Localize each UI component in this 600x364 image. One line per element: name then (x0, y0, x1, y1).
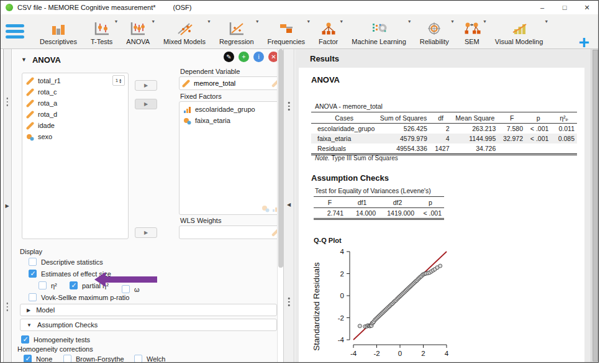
scale-variable-icon (26, 99, 34, 107)
splitter-grip[interactable] (6, 98, 8, 106)
list-item[interactable]: faixa_etaria (182, 115, 280, 126)
minimize-button[interactable]: – (531, 1, 553, 14)
checkbox-eta-squared[interactable]: η² (39, 281, 57, 289)
list-item[interactable]: escolaridade_grupo (182, 104, 280, 115)
ribbon-item-mixed-models[interactable]: ▼ Mixed Models (157, 19, 212, 45)
duplicate-analysis-button[interactable]: + (239, 52, 249, 62)
ribbon-item-reliability[interactable]: ▼ Reliability (413, 19, 456, 45)
checkbox-icon[interactable] (21, 335, 29, 344)
chevron-down-icon: ▼ (255, 19, 260, 24)
ribbon-item-visual-modeling[interactable]: ▼ Visual Modeling (488, 19, 550, 45)
dependent-variable-label: Dependent Variable (180, 68, 240, 75)
data-panel-splitter[interactable]: ▶ (1, 49, 12, 362)
add-module-button[interactable]: + (578, 35, 589, 49)
window-title-suffix: (OSF) (173, 4, 192, 11)
expand-data-panel-icon[interactable]: ▶ (5, 203, 9, 209)
svg-text:4: 4 (340, 248, 345, 255)
scale-variable-icon (26, 77, 34, 85)
svg-text:-2: -2 (338, 314, 344, 322)
scrollbar-thumb[interactable] (278, 49, 283, 268)
checkbox-icon[interactable] (134, 355, 142, 362)
svg-text:2: 2 (340, 270, 344, 278)
edit-title-button[interactable]: ✎ (224, 52, 234, 62)
collapse-results-icon[interactable]: ◀ (287, 202, 291, 207)
checkbox-icon[interactable] (29, 293, 37, 301)
svg-text:4: 4 (445, 350, 449, 357)
ribbon-item-factor[interactable]: ▼ Factor (312, 19, 345, 45)
checkbox-descriptive-statistics[interactable]: Descriptive statistics (29, 258, 103, 266)
checkbox-homogeneity-tests[interactable]: Homogeneity tests (21, 335, 90, 344)
checkbox-icon[interactable] (63, 355, 71, 362)
list-item[interactable]: idade (24, 120, 127, 131)
table-row: Residuals49554.336 142734.726 (311, 143, 577, 155)
chevron-down-icon: ▼ (339, 19, 343, 24)
scale-variable-icon (26, 88, 34, 96)
assign-fixed-factors-button[interactable]: ▶ (135, 99, 157, 109)
chevron-down-icon: ▼ (483, 19, 487, 24)
chevron-down-icon: ▼ (306, 19, 311, 24)
splitter-grip[interactable] (288, 298, 290, 306)
results-splitter[interactable]: ◀ (283, 49, 294, 362)
annotation-arrow (94, 271, 158, 288)
sem-icon (463, 20, 481, 36)
checkbox-icon[interactable] (70, 281, 78, 289)
assign-dependent-button[interactable]: ▶ (135, 80, 157, 91)
ribbon-item-frequencies[interactable]: ▼ Frequencies (261, 19, 312, 45)
info-button[interactable]: i (253, 52, 264, 62)
section-model[interactable]: ▶ Model (20, 304, 277, 316)
results-scrollbar[interactable] (591, 49, 598, 362)
qq-plot-title: Q-Q Plot (314, 237, 342, 244)
list-item[interactable]: total_r1 1▲▼ (24, 75, 127, 86)
analysis-title: ANOVA (32, 55, 61, 65)
checkbox-correction-brown-forsythe[interactable]: Brown-Forsythe (63, 355, 124, 362)
available-variables-list[interactable]: total_r1 1▲▼ rota_c rota_a rota_d (22, 73, 129, 239)
title-bar: CSV file - MEMORE Cognitive measurement*… (1, 1, 598, 14)
ribbon-item-machine-learning[interactable]: ▼ Machine Learning (345, 19, 412, 45)
splitter-grip[interactable] (288, 102, 290, 111)
collapse-analysis-icon[interactable]: ▼ (21, 57, 27, 63)
hamburger-menu-icon[interactable] (6, 22, 24, 41)
ribbon-item-sem[interactable]: ▼ SEM (456, 19, 488, 45)
list-item[interactable]: rota_d (24, 109, 127, 120)
checkbox-correction-welch[interactable]: Welch (134, 355, 165, 362)
section-assumption-checks[interactable]: ▼ Assumption Checks (20, 319, 277, 331)
allowed-type-nominal-icon (261, 204, 270, 212)
checkbox-icon[interactable] (29, 258, 37, 266)
wls-weights-field[interactable] (179, 225, 283, 239)
maximize-button[interactable]: □ (553, 1, 576, 14)
list-item[interactable]: rota_c (24, 86, 127, 98)
svg-text:-2: -2 (373, 350, 380, 357)
scrollbar-thumb[interactable] (593, 50, 598, 362)
ribbon-item-descriptives[interactable]: Descriptives (33, 19, 84, 45)
mixed-models-icon (176, 20, 193, 36)
ribbon-item-regression[interactable]: ▼ Regression (212, 19, 261, 45)
levene-table: Fdf1 df2p 2.74114.000 1419.000< .001 (314, 196, 444, 220)
splitter-grip[interactable] (6, 303, 8, 311)
dependent-variable-field[interactable]: memore_total (179, 76, 283, 90)
analysis-scrollbar[interactable] (277, 49, 283, 362)
results-card: ANOVA ANOVA - memore_total CasesSum of S… (299, 68, 584, 362)
checkbox-icon[interactable] (39, 281, 47, 289)
checkbox-icon[interactable] (29, 270, 37, 278)
ribbon-item-t-tests[interactable]: ▼ T-Tests (84, 19, 119, 45)
checkbox-vovk-sellke[interactable]: Vovk-Sellke maximum p-ratio (29, 293, 129, 301)
checkbox-correction-none[interactable]: None (24, 355, 52, 362)
chevron-down-icon: ▼ (407, 19, 412, 24)
table-row: faixa_etaria4579.979 41144.995 32.972< .… (311, 134, 577, 143)
ribbon: Descriptives ▼ T-Tests ▼ ANOVA ▼ (1, 14, 598, 49)
sort-variables-button[interactable]: 1▲▼ (112, 75, 125, 86)
ribbon-item-anova[interactable]: ▼ ANOVA (119, 19, 157, 45)
close-button[interactable]: ✕ (576, 1, 598, 14)
scale-variable-icon (26, 122, 34, 130)
chevron-down-icon: ▼ (450, 19, 455, 24)
table-note: Note. Type III Sum of Squares (315, 155, 398, 162)
assign-wls-button[interactable]: ▶ (135, 227, 157, 238)
scale-variable-icon (26, 111, 34, 119)
results-panel: Results ANOVA ANOVA - memore_total Cases… (295, 49, 598, 362)
checkbox-icon[interactable] (24, 355, 32, 362)
list-item[interactable]: rota_a (24, 98, 127, 109)
scale-variable-icon (182, 80, 190, 88)
fixed-factors-field[interactable]: escolaridade_grupo faixa_etaria (179, 101, 283, 215)
nominal-variable-icon (26, 133, 34, 141)
list-item[interactable]: sexo (24, 131, 127, 142)
